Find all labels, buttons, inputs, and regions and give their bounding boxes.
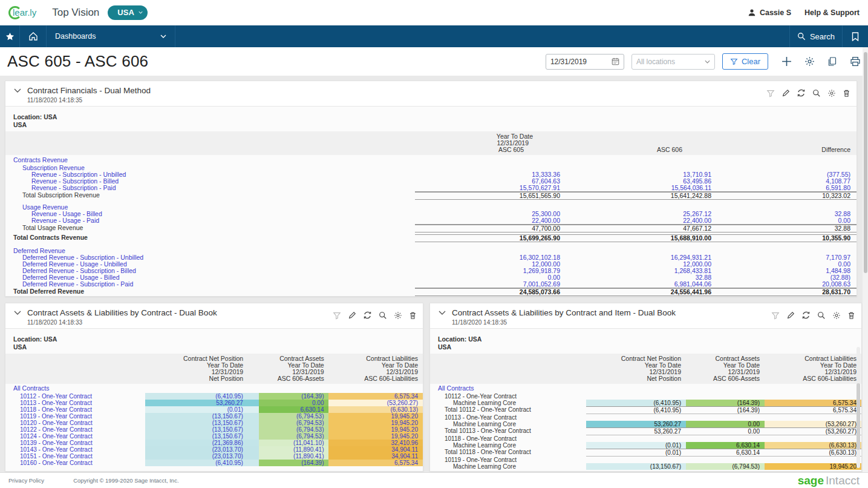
clearly-logo: lear.ly bbox=[8, 6, 36, 19]
table-row: Total 10113 - One-Year Contract53,260.27… bbox=[430, 427, 861, 435]
location-label: Location: USA bbox=[438, 335, 861, 343]
search-label: Search bbox=[810, 32, 835, 41]
table-row: Machine Learning Core(13,150.67)(6,794.5… bbox=[430, 463, 861, 470]
entity-selector[interactable]: USA bbox=[108, 5, 147, 20]
bookmark-button[interactable] bbox=[843, 25, 868, 47]
refresh-icon[interactable] bbox=[797, 88, 806, 100]
entity-label: USA bbox=[117, 8, 134, 17]
panel-toolbar bbox=[766, 86, 850, 100]
page-title: ASC 605 - ASC 606 bbox=[7, 52, 148, 71]
sage-intacct-logo: sage Intacct bbox=[798, 474, 860, 487]
table-row: Total Deferred Revenue24,585,073.6624,55… bbox=[5, 288, 857, 296]
edit-icon[interactable] bbox=[348, 311, 356, 322]
all-contracts-link[interactable]: All Contracts bbox=[5, 384, 423, 393]
table-row: 10124 - One-Year Contract(13,150.67)(6,7… bbox=[5, 433, 423, 440]
panel-title: Contract Assets & Liabilities by Contrac… bbox=[27, 308, 217, 317]
panel-timestamp: 11/18/2020 14:18:35 bbox=[27, 97, 151, 104]
user-menu[interactable]: Cassie S bbox=[748, 8, 791, 17]
refresh-icon[interactable] bbox=[363, 311, 372, 322]
home-button[interactable] bbox=[20, 25, 47, 47]
copyright-text: Copyright © 1999-2020 Sage Intacct, Inc. bbox=[73, 477, 178, 484]
panel-scrollbar[interactable] bbox=[857, 347, 860, 468]
collapse-icon[interactable] bbox=[439, 311, 446, 315]
table-row: Usage Revenue bbox=[5, 204, 857, 211]
column-headers: Year To Date 12/31/2019 ASC 605ASC 606Di… bbox=[5, 131, 857, 155]
edit-icon[interactable] bbox=[782, 89, 790, 100]
add-icon[interactable] bbox=[782, 56, 792, 67]
dashboards-label: Dashboards bbox=[55, 32, 96, 41]
refresh-icon[interactable] bbox=[801, 311, 811, 322]
panel-timestamp: 11/18/2020 14:18:35 bbox=[452, 319, 676, 326]
location-label: Location: USA bbox=[13, 335, 423, 343]
panel1-table-body: Contracts RevenueSubscription RevenueRev… bbox=[5, 155, 857, 296]
dashboard-content: Contract Financials - Dual Method 11/18/… bbox=[0, 76, 868, 472]
location-sub: USA bbox=[438, 343, 861, 351]
copy-icon[interactable] bbox=[827, 56, 837, 67]
table-row: Subscription Revenue bbox=[5, 165, 857, 171]
delete-icon[interactable] bbox=[409, 311, 417, 322]
delete-icon[interactable] bbox=[847, 311, 855, 322]
collapse-icon[interactable] bbox=[14, 311, 21, 315]
table-row: 10112 - One-Year Contract bbox=[430, 393, 861, 400]
table-row: Deferred Revenue - Usage - Billed0.0032.… bbox=[5, 274, 857, 281]
chevron-down-icon bbox=[139, 10, 143, 15]
settings-icon[interactable] bbox=[832, 311, 841, 322]
privacy-policy-link[interactable]: Privacy Policy bbox=[8, 477, 44, 484]
table-row: Machine Learning Core53,260.270.00(53,26… bbox=[430, 421, 861, 427]
table-row: Total Contracts Revenue15,699,265.9015,6… bbox=[5, 234, 857, 242]
zoom-icon[interactable] bbox=[817, 311, 826, 322]
collapse-icon[interactable] bbox=[14, 88, 21, 93]
locations-select[interactable]: All locations bbox=[631, 54, 715, 70]
user-icon bbox=[748, 8, 756, 17]
table-row: 10118 - One-Year Contract bbox=[430, 435, 861, 442]
chevron-down-icon bbox=[160, 35, 166, 38]
filter-icon[interactable] bbox=[333, 311, 341, 322]
browser-scrollbar[interactable] bbox=[863, 47, 868, 472]
table-row: 10112 - One-Year Contract(6,410.95)(164.… bbox=[5, 393, 423, 400]
bookmark-icon bbox=[852, 32, 859, 41]
page-footer: Privacy Policy Copyright © 1999-2020 Sag… bbox=[0, 472, 868, 488]
table-row: Total Usage Revenue47,700.0047,667.1232.… bbox=[5, 225, 857, 232]
user-name: Cassie S bbox=[760, 8, 791, 17]
search-button[interactable]: Search bbox=[789, 25, 843, 47]
table-row: Deferred Revenue - Subscription - Paid7,… bbox=[5, 281, 857, 288]
gear-icon[interactable] bbox=[804, 56, 815, 67]
clear-filter-button[interactable]: Clear bbox=[722, 53, 768, 70]
table-row: 10119 - One-Year Contract(13,150.67)(6,7… bbox=[5, 413, 423, 420]
delete-icon[interactable] bbox=[843, 89, 850, 100]
table-row: Revenue - Usage - Billed25,300.0025,267.… bbox=[5, 211, 857, 217]
calendar-icon bbox=[612, 58, 619, 65]
location-sub: USA bbox=[13, 343, 423, 351]
help-support-link[interactable]: Help & Support bbox=[804, 8, 860, 17]
nav-spacer bbox=[175, 25, 789, 47]
clear-label: Clear bbox=[742, 57, 760, 66]
filter-icon bbox=[730, 58, 738, 65]
panel-assets-by-contract-item: Contract Assets & Liabilities by Contrac… bbox=[429, 303, 862, 472]
table-row: Total Subscription Revenue15,651,565.901… bbox=[5, 192, 857, 200]
page-header: ASC 605 - ASC 606 12/31/2019 All locatio… bbox=[0, 47, 868, 76]
table-row: Machine Learning Core(6,410.95)(164.39)6… bbox=[430, 400, 861, 406]
zoom-icon[interactable] bbox=[812, 89, 821, 100]
favorites-button[interactable] bbox=[0, 25, 20, 47]
dashboards-menu[interactable]: Dashboards bbox=[47, 25, 175, 47]
settings-icon[interactable] bbox=[394, 311, 402, 322]
table-row: Total 10112 - One-Year Contract(6,410.95… bbox=[430, 406, 861, 414]
home-icon bbox=[28, 31, 38, 41]
column-headers: Contract Net PositionContract AssetsCont… bbox=[430, 354, 861, 384]
table-row: 10113 - One-Year Contract53,260.270.00(5… bbox=[5, 400, 423, 406]
settings-icon[interactable] bbox=[827, 89, 836, 100]
table-row: Deferred Revenue - Subscription - Billed… bbox=[5, 268, 857, 274]
location-sub: USA bbox=[13, 121, 857, 129]
report-date-input[interactable]: 12/31/2019 bbox=[546, 54, 624, 70]
table-row: 10120 - One-Year Contract(13,150.67)(6,7… bbox=[5, 420, 423, 426]
table-row: Revenue - Usage - Paid22,400.0022,400.00… bbox=[5, 217, 857, 225]
all-contracts-link[interactable]: All Contracts bbox=[430, 384, 861, 393]
edit-icon[interactable] bbox=[786, 311, 795, 322]
filter-icon[interactable] bbox=[771, 311, 780, 322]
zoom-icon[interactable] bbox=[379, 311, 387, 322]
print-icon[interactable] bbox=[850, 56, 861, 67]
company-name: Top Vision bbox=[52, 7, 99, 19]
filter-icon[interactable] bbox=[766, 89, 775, 100]
clearly-logo-icon bbox=[8, 6, 22, 19]
table-row: Revenue - Subscription - Unbilled13,333.… bbox=[5, 171, 857, 178]
